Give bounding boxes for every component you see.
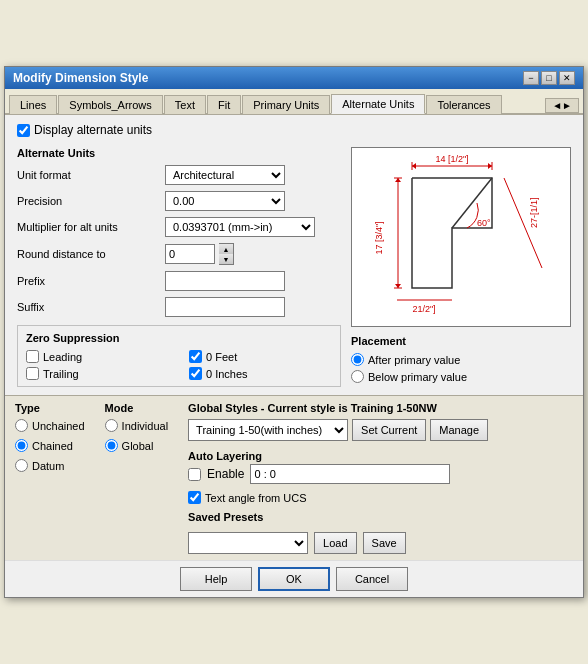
- trailing-checkbox[interactable]: [26, 367, 39, 380]
- text-angle-checkbox[interactable]: [188, 491, 201, 504]
- auto-layering-section: Auto Layering Enable: [188, 450, 573, 484]
- zero-suppression-grid: Leading 0 Feet Trailing 0 Inches: [26, 350, 332, 380]
- tab-tolerances[interactable]: Tolerances: [426, 95, 501, 114]
- after-primary-label: After primary value: [368, 354, 460, 366]
- tab-alternate-units[interactable]: Alternate Units: [331, 94, 425, 114]
- zero-inches-label: 0 Inches: [206, 368, 248, 380]
- title-bar-buttons: − □ ✕: [523, 71, 575, 85]
- close-button[interactable]: ✕: [559, 71, 575, 85]
- zero-suppression-label: Zero Suppression: [26, 332, 332, 344]
- unit-format-row: Architectural Decimal Engineering Fracti…: [165, 165, 341, 185]
- saved-presets-row: Load Save: [188, 532, 573, 554]
- round-down-button[interactable]: ▼: [219, 254, 233, 264]
- below-primary-label: Below primary value: [368, 371, 467, 383]
- type-section: Type Unchained Chained Datum: [15, 402, 85, 554]
- global-styles-label: Global Styles - Current style is Trainin…: [188, 402, 573, 414]
- leading-label: Leading: [43, 351, 82, 363]
- individual-label: Individual: [122, 420, 168, 432]
- global-radio[interactable]: [105, 439, 118, 452]
- training-select[interactable]: Training 1-50(with inches) Training 1-50…: [188, 419, 348, 441]
- main-layout: Alternate Units Unit format Architectura…: [17, 147, 571, 387]
- saved-presets-title: Saved Presets: [188, 511, 573, 523]
- unit-format-label: Unit format: [17, 169, 157, 181]
- suffix-row: [165, 297, 341, 317]
- minimize-button[interactable]: −: [523, 71, 539, 85]
- leading-checkbox[interactable]: [26, 350, 39, 363]
- precision-select[interactable]: 0 0.00 0.000 0.0000: [165, 191, 285, 211]
- zero-feet-label: 0 Feet: [206, 351, 237, 363]
- suffix-label: Suffix: [17, 301, 157, 313]
- zero-inches-row: 0 Inches: [189, 367, 332, 380]
- preview-box: 14 [1/2"] 17 [3/4"] 27-[1/1]: [351, 147, 571, 327]
- prefix-label: Prefix: [17, 275, 157, 287]
- main-content: Display alternate units Alternate Units …: [5, 115, 583, 395]
- global-row: Global: [105, 439, 168, 452]
- round-row: ▲ ▼: [165, 243, 341, 265]
- tab-primary-units[interactable]: Primary Units: [242, 95, 330, 114]
- chained-row: Chained: [15, 439, 85, 452]
- text-angle-label: Text angle from UCS: [205, 492, 306, 504]
- help-button[interactable]: Help: [180, 567, 252, 591]
- mode-section: Mode Individual Global: [105, 402, 168, 554]
- type-label: Type: [15, 402, 85, 414]
- window-title: Modify Dimension Style: [13, 71, 148, 85]
- tab-symbols-arrows[interactable]: Symbols_Arrows: [58, 95, 163, 114]
- text-angle-row: Text angle from UCS: [188, 487, 573, 508]
- auto-layer-row: Enable: [188, 464, 573, 484]
- individual-radio[interactable]: [105, 419, 118, 432]
- set-current-button[interactable]: Set Current: [352, 419, 426, 441]
- multiplier-select[interactable]: 0.0393701 (mm->in): [165, 217, 315, 237]
- unchained-row: Unchained: [15, 419, 85, 432]
- presets-select[interactable]: [188, 532, 308, 554]
- round-label: Round distance to: [17, 248, 157, 260]
- after-primary-radio[interactable]: [351, 353, 364, 366]
- display-alternate-checkbox[interactable]: [17, 124, 30, 137]
- suffix-input[interactable]: [165, 297, 285, 317]
- leading-row: Leading: [26, 350, 169, 363]
- svg-text:27-[1/1]: 27-[1/1]: [529, 197, 539, 228]
- load-button[interactable]: Load: [314, 532, 356, 554]
- enable-checkbox[interactable]: [188, 468, 201, 481]
- tab-bar: Lines Symbols_Arrows Text Fit Primary Un…: [5, 89, 583, 115]
- auto-layer-input[interactable]: [250, 464, 450, 484]
- chained-radio[interactable]: [15, 439, 28, 452]
- svg-text:60°: 60°: [477, 218, 491, 228]
- svg-text:17 [3/4"]: 17 [3/4"]: [374, 221, 384, 254]
- title-bar: Modify Dimension Style − □ ✕: [5, 67, 583, 89]
- unchained-radio[interactable]: [15, 419, 28, 432]
- round-up-button[interactable]: ▲: [219, 244, 233, 254]
- datum-radio[interactable]: [15, 459, 28, 472]
- prefix-input[interactable]: [165, 271, 285, 291]
- below-primary-radio[interactable]: [351, 370, 364, 383]
- global-label: Global: [122, 440, 154, 452]
- zero-inches-checkbox[interactable]: [189, 367, 202, 380]
- global-row: Training 1-50(with inches) Training 1-50…: [188, 419, 573, 441]
- global-section: Global Styles - Current style is Trainin…: [188, 402, 573, 554]
- tab-lines[interactable]: Lines: [9, 95, 57, 114]
- mode-label: Mode: [105, 402, 168, 414]
- tab-text[interactable]: Text: [164, 95, 206, 114]
- individual-row: Individual: [105, 419, 168, 432]
- right-panel: 14 [1/2"] 17 [3/4"] 27-[1/1]: [351, 147, 571, 387]
- zero-feet-checkbox[interactable]: [189, 350, 202, 363]
- svg-text:21/2"]: 21/2"]: [412, 304, 435, 314]
- maximize-button[interactable]: □: [541, 71, 557, 85]
- action-buttons: Help OK Cancel: [5, 560, 583, 597]
- precision-row: 0 0.00 0.000 0.0000: [165, 191, 341, 211]
- unit-format-select[interactable]: Architectural Decimal Engineering Fracti…: [165, 165, 285, 185]
- manage-button[interactable]: Manage: [430, 419, 488, 441]
- tab-fit[interactable]: Fit: [207, 95, 241, 114]
- alternate-units-label: Alternate Units: [17, 147, 341, 159]
- round-input[interactable]: [165, 244, 215, 264]
- trailing-row: Trailing: [26, 367, 169, 380]
- datum-label: Datum: [32, 460, 64, 472]
- cancel-button[interactable]: Cancel: [336, 567, 408, 591]
- below-primary-row: Below primary value: [351, 370, 571, 383]
- round-spinners: ▲ ▼: [219, 243, 234, 265]
- ok-button[interactable]: OK: [258, 567, 330, 591]
- multiplier-label: Multiplier for alt units: [17, 221, 157, 233]
- svg-text:14 [1/2"]: 14 [1/2"]: [435, 154, 468, 164]
- save-preset-button[interactable]: Save: [363, 532, 406, 554]
- tab-nav-button[interactable]: ◄►: [545, 98, 579, 113]
- chained-label: Chained: [32, 440, 73, 452]
